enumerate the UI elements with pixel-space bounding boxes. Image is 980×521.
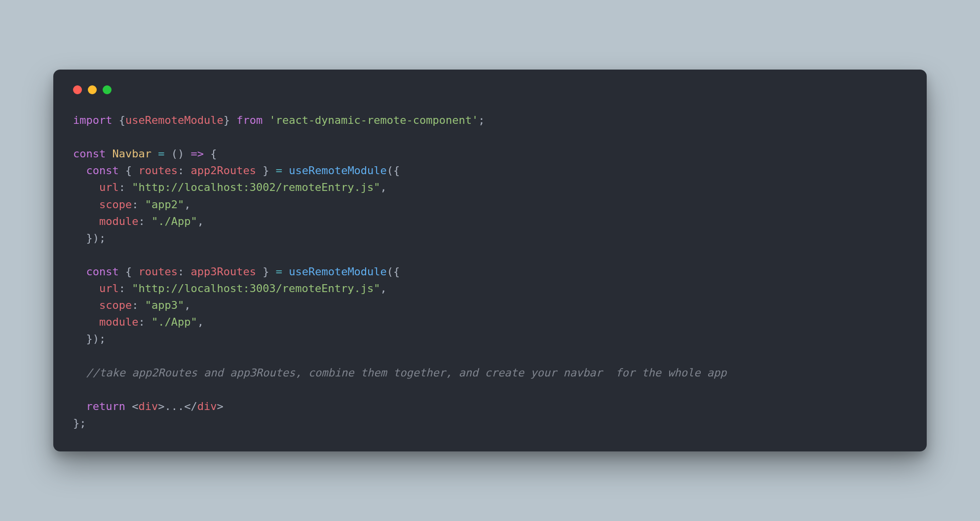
- paren: (: [387, 164, 393, 177]
- keyword-import: import: [73, 114, 112, 126]
- prop-url: url: [99, 282, 119, 295]
- keyword-const: const: [86, 164, 119, 177]
- semicolon: ;: [478, 114, 485, 126]
- string-url: "http://localhost:3003/remoteEntry.js": [132, 282, 380, 295]
- brace: {: [393, 164, 400, 177]
- angle: >: [217, 400, 223, 412]
- brace: }: [263, 265, 269, 278]
- paren: ): [93, 232, 99, 244]
- paren: ): [93, 333, 99, 345]
- operator-arrow: =>: [190, 148, 204, 160]
- string-module: "./App": [151, 215, 197, 227]
- operator-eq: =: [158, 148, 164, 160]
- brace: {: [125, 164, 132, 177]
- paren: (: [387, 265, 393, 278]
- call-useRemoteModule: useRemoteModule: [289, 265, 387, 278]
- window-titlebar: [73, 85, 907, 94]
- ident-Navbar: Navbar: [112, 148, 151, 160]
- prop-scope: scope: [99, 299, 132, 311]
- string-scope: "app2": [145, 198, 184, 211]
- brace: {: [125, 265, 132, 278]
- brace: {: [393, 265, 400, 278]
- keyword-const: const: [73, 148, 106, 160]
- keyword-return: return: [86, 400, 125, 412]
- string-scope: "app3": [145, 299, 184, 311]
- code-block: import {useRemoteModule} from 'react-dyn…: [73, 112, 907, 432]
- angle: >: [158, 400, 164, 412]
- brace: }: [86, 232, 93, 244]
- zoom-icon[interactable]: [103, 85, 112, 94]
- operator-eq: =: [276, 164, 282, 177]
- prop-url: url: [99, 181, 119, 193]
- colon: :: [178, 265, 184, 278]
- paren: ): [178, 148, 184, 160]
- semicolon: ;: [99, 333, 106, 345]
- brace: }: [86, 333, 93, 345]
- close-brace: };: [73, 417, 86, 429]
- brace: }: [224, 114, 230, 126]
- angle: <: [132, 400, 138, 412]
- string-module: "./App": [151, 316, 197, 328]
- string-url: "http://localhost:3002/remoteEntry.js": [132, 181, 380, 193]
- keyword-const: const: [86, 265, 119, 278]
- brace: {: [119, 114, 125, 126]
- operator-eq: =: [276, 265, 282, 278]
- ident-routes: routes: [138, 265, 177, 278]
- jsx-tag-div: div: [197, 400, 217, 412]
- ident-app2Routes: app2Routes: [190, 164, 256, 177]
- semicolon: ;: [99, 232, 106, 244]
- prop-scope: scope: [99, 198, 132, 211]
- keyword-from: from: [236, 114, 263, 126]
- close-icon[interactable]: [73, 85, 82, 94]
- brace: }: [263, 164, 269, 177]
- code-window: import {useRemoteModule} from 'react-dyn…: [53, 70, 927, 451]
- ident-routes: routes: [138, 164, 177, 177]
- jsx-tag-div: div: [138, 400, 158, 412]
- comment-line: //take app2Routes and app3Routes, combin…: [86, 367, 727, 379]
- jsx-text: ...: [164, 400, 184, 412]
- colon: :: [178, 164, 184, 177]
- call-useRemoteModule: useRemoteModule: [289, 164, 387, 177]
- prop-module: module: [99, 215, 138, 227]
- paren: (: [171, 148, 178, 160]
- ident-useRemoteModule: useRemoteModule: [125, 114, 224, 126]
- string-package: 'react-dynamic-remote-component': [269, 114, 478, 126]
- angle: </: [184, 400, 197, 412]
- minimize-icon[interactable]: [88, 85, 97, 94]
- ident-app3Routes: app3Routes: [190, 265, 256, 278]
- prop-module: module: [99, 316, 138, 328]
- brace: {: [210, 148, 217, 160]
